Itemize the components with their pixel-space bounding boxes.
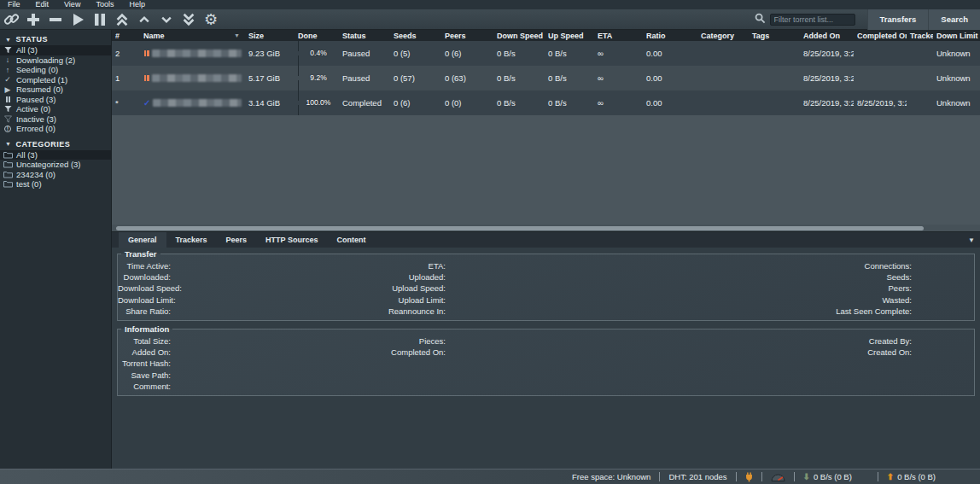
add-torrent-icon[interactable] (22, 10, 44, 29)
col-down-speed[interactable]: Down Speed (493, 30, 545, 41)
sort-caret-icon: ▼ (234, 32, 240, 38)
label-created-by: Created By: (623, 335, 912, 347)
torrent-row[interactable]: 1 5.17 GiB 9.2% Paused 0 (57) 0 (63) (112, 66, 980, 90)
col-up-speed[interactable]: Up Speed (545, 30, 594, 41)
folder-icon (3, 151, 13, 159)
detail-tabs-bar: General Trackers Peers HTTP Sources Cont… (112, 231, 980, 248)
options-gear-icon[interactable]: ⚙ (200, 10, 222, 29)
download-speed-status[interactable]: ⬇ 0 B/s (0 B) (795, 472, 860, 481)
sidebar-category-all[interactable]: All (3) (0, 150, 111, 160)
torrent-row[interactable]: * ✓ 3.14 GiB 100.0% Completed 0 (6) 0 (0… (112, 90, 980, 115)
status-section-header[interactable]: ▼ STATUS (0, 32, 111, 45)
delete-icon[interactable] (44, 10, 67, 29)
label-uploaded: Uploaded: (333, 271, 446, 283)
torrent-list-empty-area (112, 115, 980, 225)
resume-icon[interactable] (67, 10, 89, 29)
filter-torrent-input[interactable] (770, 14, 855, 26)
menu-help[interactable]: Help (121, 0, 153, 9)
col-eta[interactable]: ETA (594, 30, 643, 41)
information-group: Information Total Size: Pieces: Created … (117, 324, 975, 396)
label-save-path: Save Path: (118, 370, 171, 381)
sidebar-item-errored[interactable]: ! Errored (0) (0, 124, 111, 134)
categories-section-header[interactable]: ▼ CATEGORIES (0, 137, 111, 150)
torrent-name-redacted (152, 74, 242, 82)
information-legend: Information (121, 324, 172, 334)
funnel-icon (3, 46, 13, 54)
pause-icon[interactable] (89, 10, 111, 29)
col-category[interactable]: Category (697, 30, 749, 41)
label-seeds: Seeds: (623, 271, 912, 283)
sidebar-item-all-status[interactable]: All (3) (0, 45, 111, 55)
view-switcher: Transfers Search (867, 9, 980, 30)
col-done[interactable]: Done (295, 30, 339, 41)
sidebar-item-inactive[interactable]: Inactive (3) (0, 114, 111, 125)
menu-file[interactable]: File (0, 0, 28, 9)
col-peers[interactable]: Peers (441, 30, 493, 41)
col-ratio[interactable]: Ratio (643, 30, 697, 41)
sidebar-item-resumed[interactable]: ▶ Resumed (0) (0, 85, 111, 95)
download-arrow-icon: ↓ (3, 55, 13, 64)
label-downloaded: Downloaded: (118, 271, 171, 283)
label-peers: Peers: (623, 283, 912, 294)
general-detail-panel: Transfer Time Active: ETA: Connections: … (112, 248, 980, 469)
col-seeds[interactable]: Seeds (390, 30, 441, 41)
transfers-tab-button[interactable]: Transfers (867, 9, 929, 30)
free-space-label: Free space: Unknown (563, 472, 659, 481)
col-status[interactable]: Status (339, 30, 390, 41)
folder-icon (3, 180, 13, 188)
queue-move-bottom-icon[interactable] (178, 10, 200, 29)
queue-move-down-icon[interactable] (155, 10, 178, 29)
paused-state-icon (143, 49, 149, 58)
sidebar-item-seeding[interactable]: ↑ Seeding (0) (0, 65, 111, 75)
label-created-on: Created On: (623, 347, 912, 358)
tab-http-sources[interactable]: HTTP Sources (256, 232, 327, 248)
sidebar-category-234234[interactable]: 234234 (0) (0, 170, 111, 180)
col-tags[interactable]: Tags (749, 30, 800, 41)
label-wasted: Wasted: (623, 294, 912, 306)
funnel-icon (3, 105, 13, 113)
queue-move-top-icon[interactable] (111, 10, 133, 29)
upload-arrow-icon: ⬆ (887, 472, 894, 481)
sidebar-item-active[interactable]: Active (0) (0, 104, 111, 114)
queue-move-up-icon[interactable] (133, 10, 155, 29)
col-completed-on[interactable]: Completed On (854, 30, 907, 41)
col-size[interactable]: Size (245, 30, 295, 41)
label-total-size: Total Size: (118, 335, 171, 347)
label-last-seen-complete: Last Seen Complete: (623, 306, 912, 317)
menu-edit[interactable]: Edit (28, 0, 57, 9)
tab-general[interactable]: General (119, 232, 166, 248)
tab-peers[interactable]: Peers (217, 232, 257, 248)
sidebar-item-completed[interactable]: ✓ Completed (1) (0, 75, 111, 85)
search-tab-button[interactable]: Search (928, 9, 980, 30)
menu-tools[interactable]: Tools (88, 0, 121, 9)
label-download-limit: Download Limit: (118, 294, 171, 306)
col-down-limit[interactable]: Down Limit (933, 30, 980, 41)
sidebar-category-test[interactable]: test (0) (0, 179, 111, 190)
torrent-name-redacted (153, 99, 242, 107)
speed-limits-gauge-icon[interactable] (762, 473, 794, 481)
upload-speed-status[interactable]: ⬆ 0 B/s (0 B) (878, 472, 944, 481)
torrent-name-redacted (152, 50, 242, 57)
torrent-row[interactable]: 2 9.23 GiB 0.4% Paused 0 (5) 0 (6) (112, 41, 980, 66)
label-reannounce-in: Reannounce In: (333, 306, 446, 317)
label-download-speed: Download Speed: (118, 283, 171, 294)
add-torrent-link-icon[interactable] (0, 10, 22, 29)
col-name[interactable]: Name ▼ (140, 30, 245, 41)
label-comment: Comment: (118, 381, 171, 392)
sidebar-item-downloading[interactable]: ↓ Downloading (2) (0, 55, 111, 66)
scrollbar-thumb[interactable] (116, 226, 924, 230)
funnel-dim-icon (3, 115, 13, 123)
col-num[interactable]: # (112, 30, 140, 41)
menu-view[interactable]: View (56, 0, 88, 9)
col-tracker[interactable]: Tracker (907, 30, 933, 41)
tab-trackers[interactable]: Trackers (166, 232, 217, 248)
sidebar-category-uncategorized[interactable]: Uncategorized (3) (0, 160, 111, 170)
folder-icon (3, 171, 13, 178)
panel-collapse-caret-icon[interactable]: ▼ (968, 236, 975, 244)
search-icon (755, 12, 766, 27)
sidebar-item-paused[interactable]: Paused (3) (0, 95, 111, 105)
connection-status-icon[interactable] (737, 472, 761, 482)
col-added-on[interactable]: Added On (800, 30, 854, 41)
tab-content[interactable]: Content (327, 232, 375, 248)
check-icon: ✓ (3, 75, 13, 84)
